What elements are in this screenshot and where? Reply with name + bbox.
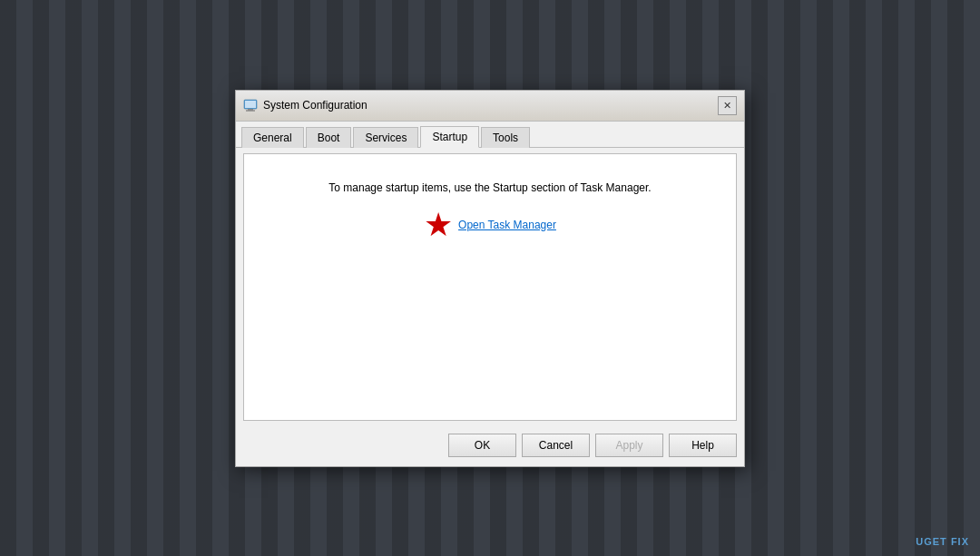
- help-button[interactable]: Help: [669, 434, 737, 457]
- tab-tools[interactable]: Tools: [481, 127, 530, 148]
- content-area: To manage startup items, use the Startup…: [243, 153, 737, 421]
- close-button[interactable]: ✕: [718, 96, 737, 115]
- cancel-button[interactable]: Cancel: [522, 434, 590, 457]
- title-bar-title: System Configuration: [263, 99, 718, 112]
- title-bar: System Configuration ✕: [236, 91, 744, 122]
- tab-startup[interactable]: Startup: [420, 126, 479, 148]
- svg-rect-1: [245, 101, 256, 108]
- system-configuration-dialog: System Configuration ✕ General Boot Serv…: [235, 90, 745, 467]
- tab-services[interactable]: Services: [353, 127, 418, 148]
- apply-button[interactable]: Apply: [595, 434, 663, 457]
- star-icon: ★: [424, 209, 453, 241]
- tab-boot[interactable]: Boot: [306, 127, 352, 148]
- startup-message: To manage startup items, use the Startup…: [328, 181, 651, 194]
- tab-general[interactable]: General: [241, 127, 304, 148]
- watermark: UGET FIX: [916, 536, 969, 547]
- svg-rect-3: [246, 111, 255, 112]
- ok-button[interactable]: OK: [448, 434, 516, 457]
- tabs-bar: General Boot Services Startup Tools: [236, 122, 744, 148]
- link-row: ★ Open Task Manager: [424, 209, 556, 241]
- title-bar-icon: [243, 98, 258, 112]
- buttons-row: OK Cancel Apply Help: [236, 426, 744, 466]
- svg-rect-2: [248, 109, 253, 111]
- open-task-manager-link[interactable]: Open Task Manager: [458, 219, 556, 231]
